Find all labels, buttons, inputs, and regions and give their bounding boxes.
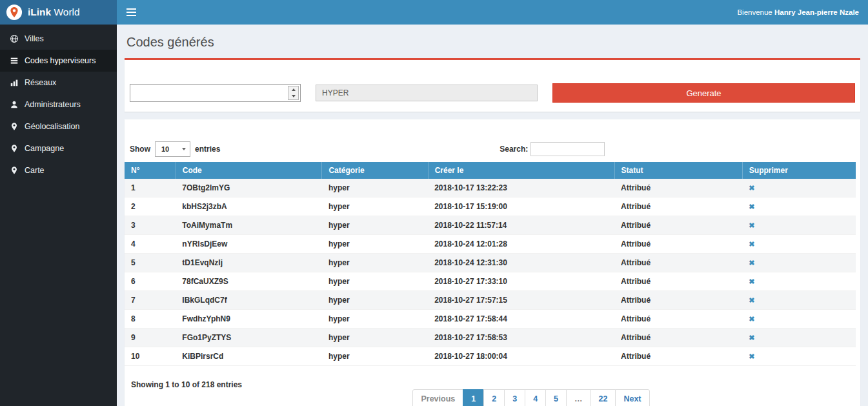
delete-icon[interactable]: ✖: [749, 259, 754, 267]
created-date-cell: 2018-10-17 13:22:23: [428, 179, 614, 198]
status-cell: Attribué: [614, 216, 742, 235]
sidebar-item-campagne[interactable]: Campagne: [0, 137, 117, 159]
code-generator-box: Generate: [125, 58, 860, 112]
spinner-up-button[interactable]: [288, 86, 298, 93]
category-cell: hyper: [322, 216, 428, 235]
table-row: 3ToAiMymaTmhyper2018-10-22 11:57:14Attri…: [125, 216, 856, 235]
table-row: 10KiBPirsrCdhyper2018-10-27 18:00:04Attr…: [125, 347, 856, 366]
pagination-page-5[interactable]: 5: [545, 389, 567, 406]
table-body: 17OBtg2lmYGhyper2018-10-17 13:22:23Attri…: [125, 179, 856, 366]
row-number-cell: 8: [125, 310, 176, 329]
sidebar-item-administrateurs[interactable]: Administrateurs: [0, 94, 117, 116]
top-navbar: Bienvenue Hanry Jean-pierre Nzale: [117, 0, 868, 25]
showing-entries-text: Showing 1 to 10 of 218 entries: [131, 380, 242, 389]
welcome-message: Bienvenue Hanry Jean-pierre Nzale: [737, 8, 868, 16]
created-date-cell: 2018-10-27 18:00:04: [428, 347, 614, 366]
pagination-next[interactable]: Next: [615, 389, 649, 406]
chevron-down-icon: [292, 95, 296, 97]
column-header-code[interactable]: Code: [176, 162, 322, 179]
map-marker-icon: [10, 166, 19, 175]
created-date-cell: 2018-10-27 17:57:15: [428, 291, 614, 310]
pagination-page-2[interactable]: 2: [483, 389, 505, 406]
sidebar-item-carte[interactable]: Carte: [0, 159, 117, 181]
category-cell: hyper: [322, 272, 428, 291]
delete-icon[interactable]: ✖: [749, 334, 754, 341]
row-number-cell: 5: [125, 254, 176, 272]
delete-icon[interactable]: ✖: [749, 296, 754, 304]
category-cell: hyper: [322, 310, 428, 329]
created-date-cell: 2018-10-22 11:57:14: [428, 216, 614, 235]
code-cell: tD1EvqNzIj: [176, 254, 322, 272]
delete-icon[interactable]: ✖: [749, 240, 754, 248]
list-icon: [10, 56, 19, 65]
column-header-statut[interactable]: Statut: [614, 162, 742, 179]
code-cell: kbHS2j3zbA: [176, 198, 322, 216]
row-number-cell: 4: [125, 235, 176, 254]
bar-chart-icon: [10, 78, 19, 87]
quantity-field[interactable]: [130, 85, 292, 101]
created-date-cell: 2018-10-27 17:33:10: [428, 272, 614, 291]
category-input-disabled: [316, 85, 538, 101]
pagination-page-4[interactable]: 4: [525, 389, 546, 406]
logo-area[interactable]: iLink World: [0, 0, 117, 25]
delete-icon[interactable]: ✖: [749, 352, 754, 360]
pagination-page-3[interactable]: 3: [504, 389, 525, 406]
quantity-input[interactable]: [130, 84, 301, 102]
sidebar-item-label: Administrateurs: [25, 100, 81, 109]
category-cell: hyper: [322, 291, 428, 310]
chevron-up-icon: [292, 88, 296, 91]
delete-cell: ✖: [742, 254, 856, 272]
delete-icon[interactable]: ✖: [749, 203, 754, 210]
spinner-down-button[interactable]: [288, 93, 298, 99]
search-input[interactable]: [530, 142, 605, 156]
category-cell: hyper: [322, 235, 428, 254]
column-header-supprimer[interactable]: Supprimer: [742, 162, 856, 179]
delete-icon[interactable]: ✖: [749, 278, 754, 285]
category-cell: hyper: [322, 198, 428, 216]
status-cell: Attribué: [614, 254, 742, 272]
code-cell: 7OBtg2lmYG: [176, 179, 322, 198]
row-number-cell: 7: [125, 291, 176, 310]
table-row: 17OBtg2lmYGhyper2018-10-17 13:22:23Attri…: [125, 179, 856, 198]
delete-icon[interactable]: ✖: [749, 184, 754, 192]
column-header-categorie[interactable]: Catégorie: [322, 162, 428, 179]
delete-icon[interactable]: ✖: [749, 221, 754, 229]
page-length-value: 10: [161, 145, 169, 153]
code-cell: KiBPirsrCd: [176, 347, 322, 366]
brand-title: iLink World: [28, 6, 80, 18]
sidebar-item-label: Carte: [25, 166, 45, 175]
column-header-numero[interactable]: N°: [125, 162, 176, 179]
status-cell: Attribué: [614, 310, 742, 329]
quantity-spinner: [288, 86, 299, 100]
sidebar-item-label: Villes: [25, 34, 44, 43]
sidebar-toggle-button[interactable]: [117, 0, 145, 25]
sidebar-item-geolocalisation[interactable]: Géolocalisation: [0, 116, 117, 137]
category-cell: hyper: [322, 179, 428, 198]
table-row: 5tD1EvqNzIjhyper2018-10-24 12:31:30Attri…: [125, 254, 856, 272]
status-cell: Attribué: [614, 329, 742, 347]
column-header-creer-le[interactable]: Créer le: [428, 162, 614, 179]
delete-cell: ✖: [742, 216, 856, 235]
sidebar-item-reseaux[interactable]: Réseaux: [0, 72, 117, 94]
created-date-cell: 2018-10-24 12:31:30: [428, 254, 614, 272]
created-date-cell: 2018-10-24 12:01:28: [428, 235, 614, 254]
search-label: Search:: [500, 145, 528, 154]
pagination: Previous12345…22Next: [170, 389, 868, 406]
chevron-down-icon: [182, 148, 186, 150]
pagination-page-22[interactable]: 22: [590, 389, 616, 406]
page-length-select[interactable]: 10: [155, 141, 190, 157]
delete-icon[interactable]: ✖: [749, 315, 754, 323]
pagination-page-1[interactable]: 1: [463, 389, 484, 406]
globe-icon: [10, 34, 19, 43]
status-cell: Attribué: [614, 291, 742, 310]
sidebar-nav: Villes Codes hyperviseurs Réseaux Admini…: [0, 25, 117, 181]
sidebar-item-codes-hyperviseurs[interactable]: Codes hyperviseurs: [0, 50, 117, 72]
code-cell: nYRlsDjEew: [176, 235, 322, 254]
map-marker-icon: [10, 122, 19, 131]
sidebar-item-villes[interactable]: Villes: [0, 28, 117, 50]
generate-button[interactable]: Generate: [552, 83, 855, 103]
code-cell: ToAiMymaTm: [176, 216, 322, 235]
row-number-cell: 2: [125, 198, 176, 216]
page-title: Codes générés: [126, 35, 860, 50]
app-logo-icon: [6, 4, 23, 21]
